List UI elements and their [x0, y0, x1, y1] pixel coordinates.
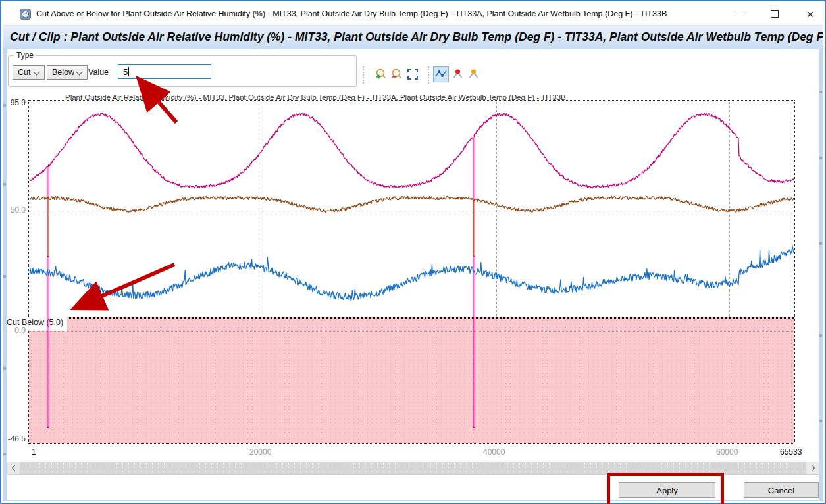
direction-dropdown[interactable]: Below — [47, 65, 88, 80]
zoom-out-icon — [390, 68, 403, 81]
cut-below-region — [29, 317, 794, 443]
scroll-left-button[interactable] — [7, 462, 20, 474]
footer-panel: Apply Cancel — [7, 474, 819, 500]
value-label: Value — [88, 68, 109, 77]
y-tick-95.9: 95.9 — [3, 98, 26, 107]
toolbar-grip — [363, 66, 364, 84]
zoom-in-icon — [374, 68, 388, 81]
line-series-icon — [434, 68, 448, 81]
window-title: Cut Above or Below for Plant Outside Air… — [36, 9, 667, 18]
series-plant-outside-air-wetbulb-temp-deg-f-tit33b — [30, 247, 794, 301]
maximize-icon — [771, 10, 779, 18]
toolbar-grip — [428, 66, 429, 84]
title-bar: Cut Above or Below for Plant Outside Air… — [3, 3, 823, 26]
cut-type-dropdown[interactable]: Cut — [13, 65, 45, 80]
dialog-header-title: Cut / Clip : Plant Outside Air Relative … — [10, 30, 823, 44]
x-tick-40000: 40000 — [483, 447, 505, 457]
chevron-right-icon — [808, 465, 815, 472]
chevron-left-icon — [11, 465, 18, 472]
red-marker-button[interactable] — [450, 66, 466, 82]
scroll-right-button[interactable] — [806, 462, 819, 474]
cancel-button[interactable]: Cancel — [744, 482, 819, 498]
type-groupbox: Type Cut Below Value 5 — [8, 55, 357, 87]
text-caret — [128, 67, 129, 76]
minimize-button[interactable] — [731, 6, 747, 22]
apply-button[interactable]: Apply — [619, 482, 715, 498]
chevron-down-icon — [76, 69, 83, 76]
type-group-label: Type — [14, 51, 36, 60]
orange-marker-button[interactable] — [466, 66, 482, 82]
x-tick-20000: 20000 — [249, 447, 271, 457]
x-tick-60000: 60000 — [716, 447, 738, 457]
line-series-button[interactable] — [433, 66, 449, 82]
gridline-y-0 — [29, 331, 794, 332]
horizontal-scrollbar[interactable] — [7, 462, 819, 474]
minimize-icon — [736, 14, 743, 14]
annotation-arrow-value-input — [142, 83, 176, 122]
close-icon: × — [806, 8, 813, 20]
orange-marker-icon — [467, 68, 480, 81]
chevron-down-icon — [34, 69, 40, 76]
red-marker-icon — [452, 68, 465, 81]
fit-view-icon — [406, 68, 419, 81]
app-icon — [20, 9, 31, 20]
cut-clip-dialog: Cut Above or Below for Plant Outside Air… — [0, 0, 826, 504]
annotation-arrow-cut-region — [79, 265, 174, 306]
series-plant-outside-air-dry-bulb-temp-deg-f-tit33a — [30, 196, 794, 256]
value-input[interactable]: 5 — [118, 64, 211, 79]
x-tick-1: 1 — [32, 447, 36, 457]
close-button[interactable]: × — [802, 6, 818, 22]
zoom-in-button[interactable] — [373, 66, 389, 82]
right-edge-strip — [819, 25, 823, 501]
fit-view-button[interactable] — [405, 66, 421, 82]
maximize-button[interactable] — [767, 6, 783, 22]
left-edge-strip — [3, 25, 7, 501]
x-tick-65533: 65533 — [780, 447, 802, 457]
y-tick-0.0: 0.0 — [3, 326, 26, 335]
y-tick-50.0: 50.0 — [3, 205, 26, 214]
dialog-header: Cut / Clip : Plant Outside Air Relative … — [3, 25, 823, 49]
cut-type-value: Cut — [18, 68, 30, 77]
plot-border-right — [794, 100, 795, 443]
y-tick--46.5: -46.5 — [3, 434, 26, 443]
zoom-out-button[interactable] — [389, 66, 405, 82]
value-input-text: 5 — [123, 67, 128, 77]
chart-title: Plant Outside Air Relative Humidity (%) … — [65, 93, 566, 101]
plot-border-bottom — [28, 443, 794, 444]
gridline-y-50 — [29, 211, 794, 211]
direction-value: Below — [52, 68, 74, 77]
